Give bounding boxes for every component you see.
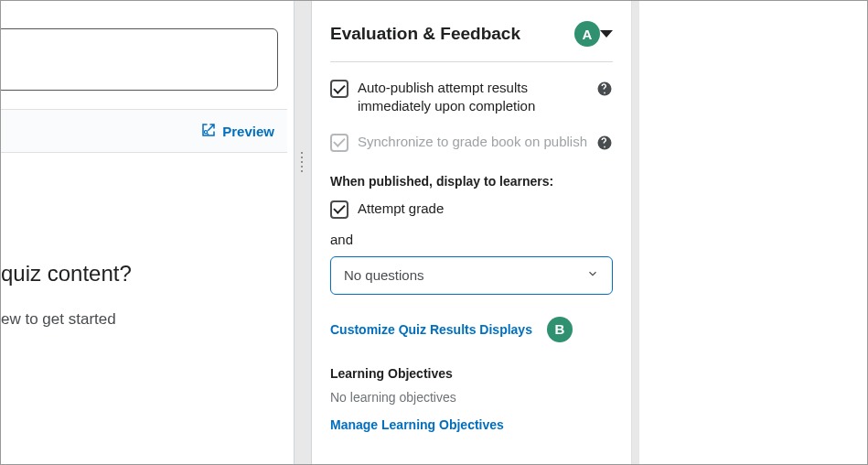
attempt-grade-label: Attempt grade (358, 200, 613, 218)
chevron-down-icon[interactable] (600, 30, 613, 38)
sync-checkbox (330, 134, 348, 152)
content-sub: ew to get started (1, 310, 116, 329)
sync-label: Synchronize to grade book on publish (358, 133, 587, 151)
annotation-badge-a: A (574, 21, 600, 47)
evaluation-feedback-panel: Evaluation & Feedback A Auto-publish att… (312, 1, 632, 464)
auto-publish-checkbox[interactable] (330, 80, 348, 98)
no-objectives-text: No learning objectives (330, 390, 613, 405)
questions-display-select[interactable]: No questions (330, 256, 613, 295)
svg-point-0 (205, 130, 208, 133)
chevron-down-icon (586, 267, 599, 284)
preview-button[interactable]: Preview (200, 122, 274, 141)
content-heading: quiz content? (1, 261, 132, 287)
panel-title: Evaluation & Feedback (330, 24, 567, 44)
annotation-badge-b: B (547, 317, 573, 342)
sync-row: Synchronize to grade book on publish (330, 133, 613, 152)
attempt-grade-row: Attempt grade (330, 200, 613, 219)
help-icon[interactable] (596, 81, 613, 97)
customize-results-link[interactable]: Customize Quiz Results Displays (330, 322, 532, 337)
auto-publish-label: Auto-publish attempt results immediately… (358, 79, 587, 116)
attempt-grade-checkbox[interactable] (330, 200, 348, 219)
and-label: and (330, 232, 613, 247)
panel-header[interactable]: Evaluation & Feedback A (330, 21, 613, 62)
left-pane: Preview quiz content? ew to get started (1, 1, 294, 464)
manage-objectives-link[interactable]: Manage Learning Objectives (330, 417, 504, 432)
pane-divider[interactable] (294, 1, 312, 464)
text-input-box[interactable] (0, 28, 278, 91)
drag-grip-icon (301, 152, 305, 172)
display-heading: When published, display to learners: (330, 174, 613, 189)
svg-line-1 (208, 133, 209, 135)
select-value: No questions (344, 267, 586, 283)
auto-publish-row: Auto-publish attempt results immediately… (330, 79, 613, 116)
customize-results-row: Customize Quiz Results Displays B (330, 317, 613, 342)
preview-icon (200, 122, 217, 141)
preview-label: Preview (222, 124, 274, 139)
right-edge-strip (632, 1, 639, 464)
help-icon[interactable] (596, 135, 613, 151)
preview-bar: Preview (1, 109, 287, 153)
learning-objectives-heading: Learning Objectives (330, 366, 613, 381)
